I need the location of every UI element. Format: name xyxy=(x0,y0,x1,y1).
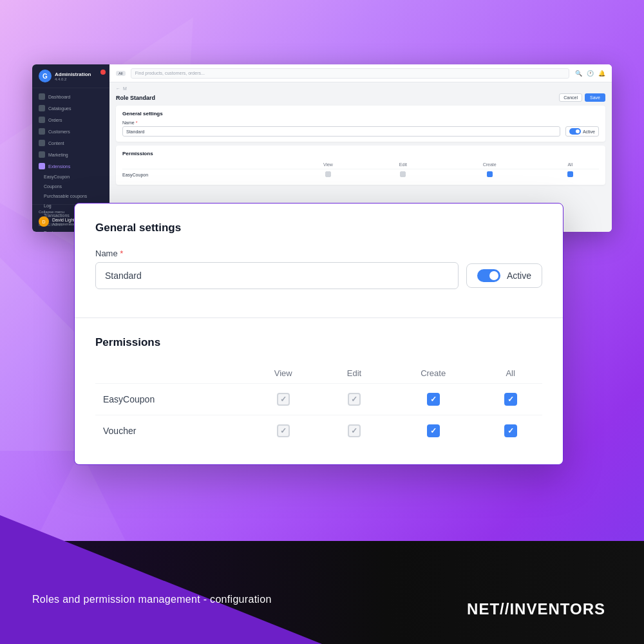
search-icon-sm[interactable]: 🔍 xyxy=(574,70,582,77)
net-inventors-logo: NET//INVENTORS xyxy=(467,600,605,618)
toggle-sm[interactable]: Active xyxy=(565,126,599,137)
name-input[interactable] xyxy=(95,262,459,289)
logo-text: NET//INVENTORS xyxy=(467,600,605,618)
voucher-name: Voucher xyxy=(95,415,246,447)
marketing-icon xyxy=(39,151,45,158)
name-label: Name * xyxy=(95,249,542,258)
toggle-switch xyxy=(477,269,500,282)
search-bar-sm[interactable]: Find products, customers, orders... xyxy=(131,68,569,79)
easycoupon-view-checkbox[interactable] xyxy=(277,393,290,406)
easycoupon-view-sm[interactable] xyxy=(325,171,331,177)
sidebar-item-catalogues[interactable]: Catalogues xyxy=(32,102,109,114)
general-settings-title: General settings xyxy=(95,222,542,234)
voucher-view-checkbox[interactable] xyxy=(277,424,290,437)
sidebar-label-extensions: Extensions xyxy=(48,164,70,169)
dashboard-icon xyxy=(39,93,45,100)
sidebar-brand: G Administration 4.4.0.2 xyxy=(32,64,109,88)
clock-icon-sm[interactable]: 🕐 xyxy=(586,70,594,77)
sidebar-item-dashboard[interactable]: Dashboard xyxy=(32,91,109,102)
sidebar-label-catalogues: Catalogues xyxy=(48,106,71,111)
table-row-easycoupon-sm: EasyCoupon xyxy=(122,169,599,180)
sidebar-label-marketing: Marketing xyxy=(48,153,68,157)
catalogues-icon xyxy=(39,105,45,111)
col-view-header: View xyxy=(246,363,321,384)
sidebar-item-easycoupon[interactable]: EasyCoupon xyxy=(32,172,109,182)
toggle-switch-sm xyxy=(569,128,581,135)
general-settings-card-sm: General settings Name * Active xyxy=(116,106,605,142)
permissions-table-sm: View Edit Create All EasyCoupon xyxy=(122,160,599,180)
sidebar-item-purchasable[interactable]: Purchasable coupons xyxy=(32,191,109,201)
easycoupon-name: EasyCoupon xyxy=(95,384,246,415)
easycoupon-create-checkbox[interactable] xyxy=(427,393,440,406)
easycoupon-edit-sm[interactable] xyxy=(400,171,406,177)
page-header-sm: Role Standard Cancel Save xyxy=(116,93,605,102)
save-button-sm[interactable]: Save xyxy=(585,93,605,102)
permissions-section: Permissions View Edit Create All EasyCou… xyxy=(75,318,563,464)
content-icon xyxy=(39,140,45,146)
sidebar-logo-icon: G xyxy=(39,70,52,82)
col-view-sm: View xyxy=(288,160,368,169)
form-row-sm: Active xyxy=(122,126,599,137)
toggle-label: Active xyxy=(507,270,531,281)
sidebar-item-marketing[interactable]: Marketing xyxy=(32,149,109,160)
voucher-edit-checkbox[interactable] xyxy=(348,424,361,437)
sidebar-label-dashboard: Dashboard xyxy=(48,95,70,99)
bottom-tagline: Roles and permission management - config… xyxy=(32,594,272,605)
sidebar-label-orders: Orders xyxy=(48,118,62,122)
bell-icon-sm[interactable]: 🔔 xyxy=(598,70,605,77)
permissions-title-sm: Permissions xyxy=(122,151,599,156)
voucher-all-checkbox[interactable] xyxy=(504,424,517,437)
topbar-icons: 🔍 🕐 🔔 xyxy=(574,70,605,77)
extensions-icon xyxy=(39,163,45,169)
topbar-small: All Find products, customers, orders... … xyxy=(109,64,612,82)
col-edit-sm: Edit xyxy=(368,160,438,169)
modal-card: General settings Name * Active Permissio… xyxy=(74,203,564,465)
page-title-sm: Role Standard xyxy=(116,95,155,101)
general-settings-title-sm: General settings xyxy=(122,111,599,117)
col-all-sm: All xyxy=(542,160,599,169)
breadcrumb-m-sm: M xyxy=(123,86,127,91)
toggle-button[interactable]: Active xyxy=(466,263,542,288)
breadcrumb-sm: ← M xyxy=(116,86,605,91)
sidebar-label-customers: Customers xyxy=(48,129,70,134)
table-row-voucher: Voucher xyxy=(95,415,542,447)
cancel-button-sm[interactable]: Cancel xyxy=(559,93,582,102)
col-all-header: All xyxy=(478,363,542,384)
sidebar-label-content: Content xyxy=(48,141,64,146)
back-arrow-sm[interactable]: ← xyxy=(116,86,120,91)
col-name-header xyxy=(95,363,246,384)
general-settings-section: General settings Name * Active xyxy=(75,204,563,317)
col-edit-header: Edit xyxy=(321,363,388,384)
name-input-sm[interactable] xyxy=(122,126,560,137)
sidebar-label-coupons: Coupons xyxy=(44,184,62,189)
required-star: * xyxy=(120,249,123,258)
name-label-sm: Name * xyxy=(122,120,599,125)
permissions-table: View Edit Create All EasyCoupon xyxy=(95,363,542,446)
sidebar-item-extensions[interactable]: Extensions xyxy=(32,160,109,172)
toggle-label-sm: Active xyxy=(583,129,595,134)
sidebar-item-coupons[interactable]: Coupons xyxy=(32,182,109,191)
orders-icon xyxy=(39,117,45,123)
sidebar-close-button[interactable] xyxy=(100,70,106,75)
col-create-sm: Create xyxy=(438,160,542,169)
sidebar-version: 4.4.0.2 xyxy=(55,77,91,81)
sidebar-label-purchasable: Purchasable coupons xyxy=(44,194,87,198)
sidebar-item-orders[interactable]: Orders xyxy=(32,114,109,126)
bottom-strip xyxy=(0,541,644,644)
sidebar-item-content[interactable]: Content xyxy=(32,137,109,149)
table-row-easycoupon: EasyCoupon xyxy=(95,384,542,415)
user-avatar: D xyxy=(39,216,49,227)
voucher-create-checkbox[interactable] xyxy=(427,424,440,437)
sidebar-item-customers[interactable]: Customers xyxy=(32,126,109,137)
permissions-card-sm: Permissions View Edit Create All E xyxy=(116,146,605,185)
content-area-small: ← M Role Standard Cancel Save General se… xyxy=(109,82,612,193)
easycoupon-edit-checkbox[interactable] xyxy=(348,393,361,406)
col-create-header: Create xyxy=(388,363,478,384)
all-filter-sm[interactable]: All xyxy=(116,71,126,76)
customers-icon xyxy=(39,128,45,135)
easycoupon-create-sm[interactable] xyxy=(487,171,493,177)
col-name-sm xyxy=(122,160,288,169)
easycoupon-all-checkbox[interactable] xyxy=(504,393,517,406)
easycoupon-all-sm[interactable] xyxy=(567,171,573,177)
name-form-row: Active xyxy=(95,262,542,289)
